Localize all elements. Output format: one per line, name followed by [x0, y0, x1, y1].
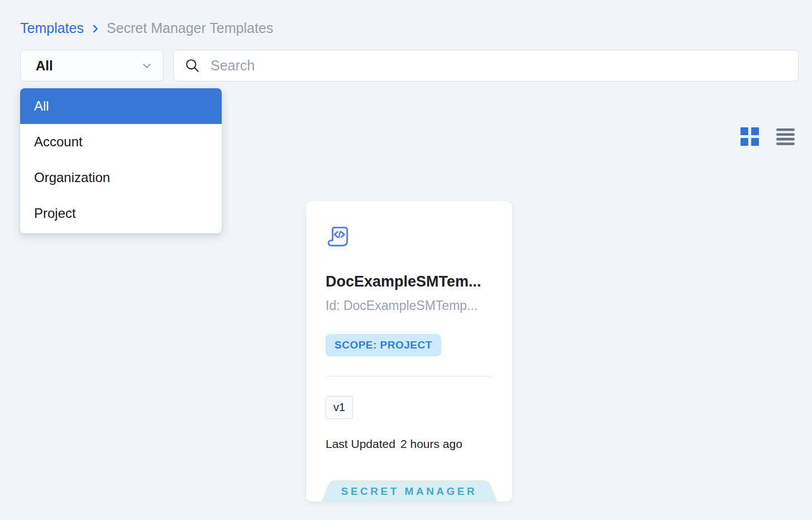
grid-view-icon	[741, 127, 759, 146]
last-updated: Last Updated 2 hours ago	[326, 437, 493, 451]
list-view-button[interactable]	[776, 128, 795, 145]
scope-filter-value: All	[36, 58, 53, 74]
version-chip: v1	[326, 396, 353, 419]
module-banner: SECRET MANAGER	[320, 480, 499, 502]
card-divider	[326, 376, 493, 376]
scope-filter-menu: All Account Organization Project	[20, 88, 222, 233]
search-icon	[185, 58, 200, 73]
breadcrumb: Templates Secret Manager Templates	[20, 20, 273, 36]
grid-view-button[interactable]	[741, 127, 759, 146]
search-input[interactable]	[209, 57, 787, 74]
chevron-down-icon	[141, 60, 153, 72]
menu-item-project[interactable]: Project	[20, 195, 222, 231]
menu-item-organization[interactable]: Organization	[20, 160, 222, 195]
chevron-right-icon	[90, 23, 101, 34]
last-updated-label: Last Updated	[326, 437, 395, 451]
module-banner-label: SECRET MANAGER	[320, 485, 499, 498]
breadcrumb-templates-link[interactable]: Templates	[20, 20, 84, 36]
template-title: DocExampleSMTem...	[326, 273, 493, 290]
template-code-icon	[326, 223, 493, 251]
last-updated-value: 2 hours ago	[400, 437, 462, 451]
menu-item-all[interactable]: All	[20, 88, 222, 124]
scope-filter-select[interactable]: All	[20, 50, 164, 82]
scope-badge: SCOPE: PROJECT	[326, 334, 441, 356]
list-view-icon	[776, 128, 795, 145]
breadcrumb-current-page: Secret Manager Templates	[107, 20, 273, 36]
search-bar	[173, 50, 799, 82]
secret-manager-templates-page: Templates Secret Manager Templates All A…	[0, 0, 812, 520]
template-id: Id: DocExampleSMTemp...	[326, 298, 493, 313]
template-card[interactable]: DocExampleSMTem... Id: DocExampleSMTemp.…	[306, 201, 512, 502]
view-toggles	[741, 127, 795, 146]
menu-item-account[interactable]: Account	[20, 124, 222, 160]
